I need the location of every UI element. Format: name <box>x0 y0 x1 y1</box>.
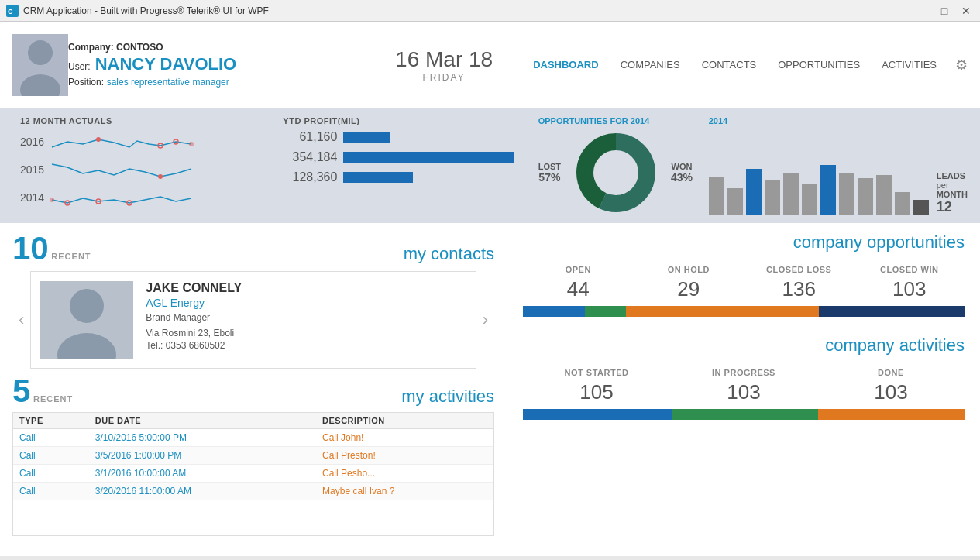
contact-info: JAKE CONNELY AGL Energy Brand Manager Vi… <box>146 281 466 359</box>
profit-bar-fill-2015 <box>343 152 514 163</box>
bar-7 <box>820 165 836 215</box>
contact-name: JAKE CONNELY <box>146 281 466 295</box>
settings-icon[interactable]: ⚙ <box>955 57 968 74</box>
activity-desc-2[interactable]: Call Preston! <box>316 447 493 465</box>
activity-desc-4[interactable]: Maybe call Ivan ? <box>316 483 493 500</box>
lost-label-area: LOST 57% <box>538 162 561 184</box>
position-field: Position: sales representative manager <box>68 76 364 88</box>
carousel-next[interactable]: › <box>476 310 494 330</box>
opp-onhold: ON HOLD 29 <box>634 265 744 301</box>
activities-table: TYPE DUE DATE DESCRIPTION Call 3/10/2016… <box>13 413 493 500</box>
opp-title: company opportunities <box>523 232 965 253</box>
profit-2016: 61,160 <box>283 130 530 144</box>
won-label: WON <box>672 162 693 171</box>
sparkline-2015-svg <box>48 158 203 181</box>
svg-point-10 <box>50 198 54 202</box>
profit-title: YTD PROFIT(MIL) <box>283 116 530 125</box>
activity-type-2[interactable]: Call <box>13 447 89 465</box>
profit-bar-2016 <box>343 132 530 143</box>
opp-bar-open <box>523 306 585 317</box>
activities-thead: TYPE DUE DATE DESCRIPTION <box>13 413 493 429</box>
contacts-header: 10 RECENT my contacts <box>12 232 494 265</box>
col-type: TYPE <box>13 413 89 429</box>
contact-photo <box>40 281 133 359</box>
profit-bar-2014 <box>343 172 530 183</box>
lost-pct: 57% <box>538 171 560 184</box>
activity-type-4[interactable]: Call <box>13 483 89 500</box>
comp-act-bar-not-started <box>523 409 672 420</box>
comp-act-bar-done <box>818 409 965 420</box>
lost-label: LOST <box>538 162 561 171</box>
maximize-button[interactable]: □ <box>937 5 952 17</box>
opp-onhold-label: ON HOLD <box>634 265 744 274</box>
activities-section: 5 RECENT my activities TYPE DUE DATE DES… <box>12 375 494 536</box>
donut-chart <box>573 130 658 215</box>
window-title: CRM Application - Built with Progress® T… <box>23 5 915 16</box>
comp-act-in-progress: IN PROGRESS 103 <box>670 368 817 404</box>
svg-point-9 <box>158 174 163 179</box>
barchart-section: 2014 LEADS per MONTH 12 <box>709 116 968 215</box>
legend-month: MONTH <box>937 190 968 199</box>
bar-5 <box>783 173 799 215</box>
activity-type-1[interactable]: Call <box>13 429 89 447</box>
user-info: Company: CONTOSO User: NANCY DAVOLIO Pos… <box>68 42 364 88</box>
opp-closed-loss: CLOSED LOSS 136 <box>744 265 854 301</box>
opp-bar <box>523 306 965 317</box>
position-value: sales representative manager <box>107 77 229 88</box>
right-panel: company opportunities OPEN 44 ON HOLD 29… <box>507 223 980 556</box>
opp-closed-win-value: 103 <box>854 277 965 301</box>
company-name: CONTOSO <box>116 42 163 53</box>
nav-dashboard[interactable]: DASHBOARD <box>524 54 608 75</box>
activities-header-row: TYPE DUE DATE DESCRIPTION <box>13 413 493 429</box>
opp-closed-win-label: CLOSED WIN <box>854 265 965 274</box>
year-2015: 2015 <box>20 163 48 176</box>
profit-section: YTD PROFIT(MIL) 61,160 354,184 128,360 <box>275 116 538 191</box>
window-controls: — □ ✕ <box>915 5 974 17</box>
contacts-count: 10 <box>12 230 49 266</box>
activities-table-wrapper[interactable]: TYPE DUE DATE DESCRIPTION Call 3/10/2016… <box>12 412 494 536</box>
opp-open: OPEN 44 <box>523 265 634 301</box>
nav-opportunities[interactable]: OPPORTUNITIES <box>769 54 869 75</box>
nav-activities[interactable]: ACTIVITIES <box>872 54 946 75</box>
main-content: 10 RECENT my contacts ‹ <box>0 223 980 556</box>
nav-companies[interactable]: COMPANIES <box>611 54 689 75</box>
activity-desc-1[interactable]: Call John! <box>316 429 493 447</box>
opp-closed-win: CLOSED WIN 103 <box>854 265 965 301</box>
comp-act-bar <box>523 409 965 420</box>
svg-point-5 <box>96 137 101 142</box>
activity-date-1: 3/10/2016 5:00:00 PM <box>89 429 316 447</box>
sparklines: 2016 2015 2014 <box>20 130 267 209</box>
minimize-button[interactable]: — <box>915 5 930 17</box>
profit-bar-fill-2014 <box>343 172 413 183</box>
comp-act-in-progress-label: IN PROGRESS <box>670 368 817 377</box>
profit-value-2015: 354,184 <box>283 150 337 164</box>
day-value: FRIDAY <box>395 72 493 83</box>
contact-address: Via Rosmini 23, Eboli <box>146 328 466 338</box>
activity-desc-3[interactable]: Call Pesho... <box>316 465 493 483</box>
legend-per: per <box>937 180 968 190</box>
left-panel: 10 RECENT my contacts ‹ <box>0 223 507 556</box>
close-button[interactable]: ✕ <box>958 5 974 17</box>
comp-act-bar-in-progress <box>672 409 818 420</box>
barchart-wrapper: LEADS per MONTH 12 <box>709 130 968 215</box>
date-display: 16 Mar 18 FRIDAY <box>395 47 493 83</box>
actuals-title: 12 MONTH ACTUALS <box>20 116 267 125</box>
carousel-prev[interactable]: ‹ <box>12 310 30 330</box>
comp-act-done-value: 103 <box>817 380 965 404</box>
user-avatar <box>12 34 68 96</box>
nav-contacts[interactable]: CONTACTS <box>693 54 766 75</box>
contact-carousel: ‹ JAKE CONNELY AGL Energy Brand Manager <box>12 271 494 369</box>
company-activities-section: company activities NOT STARTED 105 IN PR… <box>523 335 965 420</box>
comp-act-done: DONE 103 <box>817 368 965 404</box>
contact-company: AGL Energy <box>146 297 466 309</box>
stats-bar: 12 MONTH ACTUALS 2016 2015 <box>0 108 980 223</box>
profit-bar-fill-2016 <box>343 132 390 143</box>
contact-role: Brand Manager <box>146 312 466 323</box>
year-2016: 2016 <box>20 136 48 148</box>
bar-2 <box>727 188 743 215</box>
comp-act-done-label: DONE <box>817 368 965 377</box>
profit-2015: 354,184 <box>283 150 530 164</box>
contact-card: JAKE CONNELY AGL Energy Brand Manager Vi… <box>30 271 476 369</box>
activity-type-3[interactable]: Call <box>13 465 89 483</box>
user-name: NANCY DAVOLIO <box>95 54 237 74</box>
